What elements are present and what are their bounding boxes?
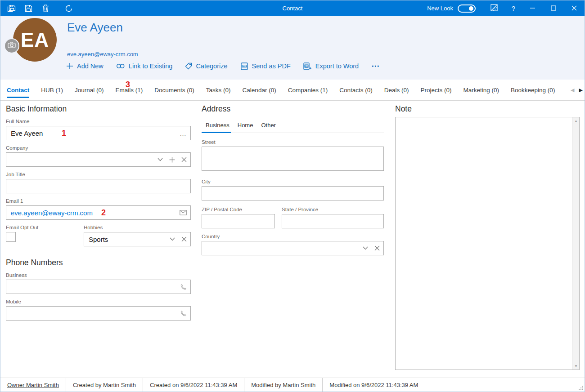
tab-contacts[interactable]: Contacts (0) xyxy=(333,80,378,100)
note-scrollbar[interactable]: ▲ ▼ xyxy=(572,117,579,370)
help-button[interactable]: ? xyxy=(504,0,522,16)
categorize-button[interactable]: Categorize xyxy=(185,62,227,70)
resize-grip[interactable] xyxy=(578,385,584,391)
add-new-button[interactable]: Add New xyxy=(66,62,104,70)
address-tab-home[interactable]: Home xyxy=(234,119,257,133)
form-designer-button[interactable] xyxy=(484,0,504,16)
new-look-toggle[interactable] xyxy=(458,4,476,13)
phone-numbers-heading: Phone Numbers xyxy=(6,254,191,267)
tab-scroll-left-icon[interactable]: ◀ xyxy=(571,87,574,93)
annotation-1: 1 xyxy=(62,129,66,138)
address-tab-other[interactable]: Other xyxy=(257,119,280,133)
contact-name: Eve Ayeen xyxy=(67,21,123,35)
business-phone-input[interactable] xyxy=(6,280,191,294)
tab-scroll-right-icon[interactable]: ▶ xyxy=(579,87,583,93)
tab-marketing[interactable]: Marketing (0) xyxy=(458,80,505,100)
tab-calendar[interactable]: Calendar (0) xyxy=(237,80,282,100)
help-icon: ? xyxy=(512,5,515,12)
tab-strip: Contact HUB (1) Journal (0) Emails (1) D… xyxy=(1,80,566,100)
maximize-button[interactable] xyxy=(543,0,564,16)
country-clear-icon[interactable] xyxy=(374,245,380,251)
modified-by-text: Modified by Martin Smith xyxy=(244,378,323,392)
annotation-3: 3 xyxy=(126,80,130,89)
tab-bookkeeping[interactable]: Bookkeeping (0) xyxy=(505,80,561,100)
tab-projects[interactable]: Projects (0) xyxy=(415,80,458,100)
send-as-pdf-label: Send as PDF xyxy=(252,62,291,70)
company-clear-icon[interactable] xyxy=(181,157,187,162)
note-heading: Note xyxy=(395,101,580,114)
zip-input[interactable] xyxy=(202,214,275,228)
address-heading: Address xyxy=(202,101,384,114)
company-add-icon[interactable] xyxy=(169,157,175,163)
tab-companies[interactable]: Companies (1) xyxy=(282,80,334,100)
tab-documents[interactable]: Documents (0) xyxy=(148,80,200,100)
phone-icon[interactable] xyxy=(180,284,187,290)
address-tab-business[interactable]: Business xyxy=(202,119,234,133)
email1-input[interactable] xyxy=(6,205,191,220)
refresh-icon xyxy=(65,4,73,13)
job-title-input[interactable] xyxy=(6,179,191,193)
minimize-button[interactable] xyxy=(522,0,543,16)
mobile-phone-label: Mobile xyxy=(6,299,191,304)
city-input[interactable] xyxy=(202,186,384,200)
phone-icon[interactable] xyxy=(180,310,187,317)
camera-icon xyxy=(8,42,16,50)
save-icon xyxy=(25,4,32,12)
svg-text:W: W xyxy=(305,65,308,67)
hobbies-clear-icon[interactable] xyxy=(181,236,187,242)
tab-contact[interactable]: Contact xyxy=(1,80,35,100)
send-as-pdf-button[interactable]: PDF Send as PDF xyxy=(240,62,291,70)
tab-deals[interactable]: Deals (0) xyxy=(378,80,415,100)
tab-journal[interactable]: Journal (0) xyxy=(69,80,110,100)
company-dropdown-icon[interactable] xyxy=(158,158,163,161)
delete-button[interactable] xyxy=(40,3,51,14)
plus-icon xyxy=(66,62,73,70)
save-and-close-icon xyxy=(7,4,16,12)
email-opt-out-label: Email Opt Out xyxy=(6,225,84,230)
business-phone-field: Business xyxy=(6,272,191,294)
status-bar: Owner Martin Smith Created by Martin Smi… xyxy=(0,378,585,392)
close-icon xyxy=(572,5,577,12)
country-dropdown-icon[interactable] xyxy=(363,246,368,250)
tab-tasks[interactable]: Tasks (0) xyxy=(200,80,237,100)
close-button[interactable] xyxy=(564,0,585,16)
email1-field: Email 1 2 xyxy=(6,198,191,220)
envelope-icon[interactable] xyxy=(180,210,187,215)
link-to-existing-button[interactable]: Link to Existing xyxy=(116,62,173,70)
state-input[interactable] xyxy=(282,214,384,228)
owner-link[interactable]: Owner Martin Smith xyxy=(0,378,66,392)
action-toolbar: Add New Link to Existing xyxy=(66,61,380,71)
full-name-input[interactable] xyxy=(6,126,191,140)
tab-hub[interactable]: HUB (1) xyxy=(35,80,69,100)
minimize-icon xyxy=(530,5,536,12)
link-to-existing-label: Link to Existing xyxy=(129,62,173,70)
note-input[interactable] xyxy=(396,117,572,370)
save-button[interactable] xyxy=(23,3,34,14)
change-photo-button[interactable] xyxy=(4,38,19,53)
maximize-icon xyxy=(551,5,556,12)
zip-field: ZIP / Postal Code xyxy=(202,207,275,228)
country-input[interactable] xyxy=(202,241,384,255)
form-designer-icon xyxy=(490,3,499,13)
avatar[interactable]: EA xyxy=(13,18,57,62)
street-label: Street xyxy=(202,139,384,145)
scroll-down-icon[interactable]: ▼ xyxy=(572,362,580,370)
hobbies-dropdown-icon[interactable] xyxy=(170,237,175,241)
created-by-text: Created by Martin Smith xyxy=(66,378,143,392)
save-and-close-button[interactable] xyxy=(6,3,17,14)
address-tab-bar: Business Home Other xyxy=(202,119,384,133)
contact-header: EA Eve Ayeen eve.ayeen@eway-crm.com Add … xyxy=(0,16,585,80)
full-name-more-button[interactable]: … xyxy=(180,126,187,140)
mobile-phone-input[interactable] xyxy=(6,306,191,321)
email-opt-out-checkbox[interactable] xyxy=(6,232,16,242)
svg-text:PDF: PDF xyxy=(242,65,246,67)
scroll-up-icon[interactable]: ▲ xyxy=(572,117,580,125)
hobbies-label: Hobbies xyxy=(84,225,191,230)
state-field: State / Province xyxy=(282,207,384,228)
contact-email-link[interactable]: eve.ayeen@eway-crm.com xyxy=(67,51,138,58)
export-to-word-button[interactable]: W Export to Word xyxy=(303,62,359,70)
refresh-button[interactable] xyxy=(63,3,74,14)
more-actions-button[interactable]: ⋯ xyxy=(371,61,380,71)
email1-label: Email 1 xyxy=(6,198,191,204)
street-input[interactable] xyxy=(202,147,384,171)
